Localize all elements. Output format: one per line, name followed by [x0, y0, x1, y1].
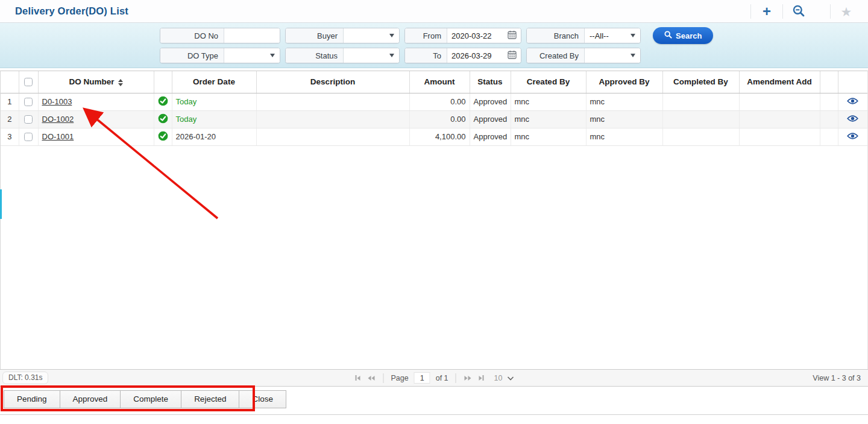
- tab-complete[interactable]: Complete: [120, 390, 181, 408]
- tab-rejected[interactable]: Rejected: [181, 390, 239, 408]
- from-date-input[interactable]: 2020-03-22: [447, 28, 521, 43]
- created-by-label: Created By: [527, 48, 585, 63]
- approved-check-icon: [158, 131, 168, 141]
- divider: [0, 414, 868, 415]
- do-no-input[interactable]: [224, 28, 280, 43]
- status-cell: Approved: [470, 110, 511, 128]
- page-number-input[interactable]: [414, 372, 430, 384]
- last-page-button[interactable]: [478, 374, 485, 382]
- row-checkbox[interactable]: [24, 115, 33, 124]
- title-bar: Delivery Order(DO) List + ★: [0, 0, 868, 23]
- to-label: To: [405, 48, 447, 63]
- prev-page-button[interactable]: [367, 375, 376, 382]
- col-description[interactable]: Description: [256, 71, 409, 93]
- completed-by-cell: [662, 93, 739, 110]
- status-cell: Approved: [470, 128, 511, 145]
- filter-buyer: Buyer: [285, 28, 400, 43]
- search-button[interactable]: Search: [653, 27, 713, 44]
- row-checkbox[interactable]: [24, 98, 33, 106]
- col-do-number[interactable]: DO Number: [38, 71, 154, 93]
- status-label: Status: [286, 48, 344, 63]
- approved-check-icon: [158, 96, 168, 106]
- approved-check-icon: [158, 113, 168, 124]
- col-completed-by[interactable]: Completed By: [662, 71, 739, 93]
- row-number: 1: [1, 93, 19, 110]
- title-actions: + ★: [750, 0, 862, 23]
- view-eye-icon[interactable]: [847, 97, 858, 105]
- filter-do-no: DO No: [160, 28, 280, 43]
- filter-created-by: Created By: [526, 48, 641, 63]
- table-row: 1 D0-1003 Today 0.00 Approved mnc mnc: [1, 93, 867, 110]
- do-number-link[interactable]: DO-1001: [42, 132, 74, 141]
- next-page-button[interactable]: [464, 375, 473, 382]
- page-title: Delivery Order(DO) List: [15, 5, 128, 17]
- col-created-by[interactable]: Created By: [511, 71, 586, 93]
- plus-icon: +: [763, 4, 771, 19]
- do-number-link[interactable]: D0-1003: [42, 97, 72, 106]
- divider: [456, 373, 456, 383]
- grid-footer: DLT: 0.31s Page of 1 10 View 1 - 3 of 3: [0, 369, 868, 387]
- amendment-add-cell: [739, 93, 820, 110]
- select-all-checkbox[interactable]: [24, 78, 33, 86]
- magnifier-minus-icon: [792, 4, 805, 19]
- from-label: From: [405, 28, 447, 43]
- chevron-down-icon: [507, 374, 514, 382]
- favorite-button[interactable]: ★: [831, 1, 862, 22]
- status-select[interactable]: [344, 48, 399, 63]
- page-size-select[interactable]: 10: [494, 374, 514, 382]
- filter-branch: Branch --All--: [526, 28, 641, 43]
- filter-to-date: To 2026-03-29: [404, 48, 521, 63]
- buyer-label: Buyer: [286, 28, 344, 43]
- buyer-select[interactable]: [344, 28, 399, 43]
- add-button[interactable]: +: [751, 1, 782, 22]
- created-by-cell: mnc: [511, 128, 586, 145]
- table-row: 2 DO-1002 Today 0.00 Approved mnc mnc: [1, 110, 867, 128]
- to-date-input[interactable]: 2026-03-29: [447, 48, 521, 63]
- do-no-label: DO No: [160, 28, 224, 43]
- chevron-down-icon: [631, 34, 635, 37]
- search-magnifier-icon: [664, 31, 672, 40]
- status-tabs-region: Pending Approved Complete Rejected Close: [0, 387, 868, 415]
- created-by-cell: mnc: [511, 110, 586, 128]
- status-cell: Approved: [470, 93, 511, 110]
- created-by-select[interactable]: [585, 48, 640, 63]
- description-cell: [256, 128, 409, 145]
- row-number: 2: [1, 110, 19, 128]
- tab-approved[interactable]: Approved: [60, 390, 121, 408]
- branch-label: Branch: [527, 28, 585, 43]
- first-page-button[interactable]: [354, 374, 362, 382]
- view-eye-icon[interactable]: [847, 132, 858, 140]
- order-date: 2026-01-20: [176, 132, 216, 141]
- amount-cell: 0.00: [409, 93, 470, 110]
- dlt-timer-badge: DLT: 0.31s: [2, 372, 48, 384]
- status-tabs: Pending Approved Complete Rejected Close: [0, 387, 868, 408]
- blank-cell: [820, 128, 838, 145]
- col-amendment-add[interactable]: Amendment Add: [739, 71, 820, 93]
- row-checkbox[interactable]: [24, 133, 33, 141]
- col-amount[interactable]: Amount: [409, 71, 470, 93]
- col-approved-by[interactable]: Approved By: [586, 71, 662, 93]
- side-panel-handle[interactable]: [0, 189, 2, 219]
- do-type-select[interactable]: [224, 48, 280, 63]
- filter-status: Status: [285, 48, 400, 63]
- col-blank: [820, 71, 838, 93]
- amendment-add-cell: [739, 110, 820, 128]
- collapse-search-button[interactable]: [783, 1, 814, 22]
- tab-close[interactable]: Close: [239, 390, 286, 408]
- col-view: [838, 71, 867, 93]
- view-eye-icon[interactable]: [847, 115, 858, 122]
- do-number-link[interactable]: DO-1002: [42, 115, 74, 124]
- amount-cell: 0.00: [409, 110, 470, 128]
- tab-pending[interactable]: Pending: [4, 390, 60, 408]
- col-status[interactable]: Status: [470, 71, 511, 93]
- col-order-date[interactable]: Order Date: [172, 71, 256, 93]
- sort-icon[interactable]: [118, 79, 123, 86]
- col-status-icon: [154, 71, 172, 93]
- page-of-label: of 1: [436, 374, 448, 382]
- calendar-icon[interactable]: [508, 50, 517, 62]
- calendar-icon[interactable]: [508, 30, 517, 42]
- order-date: Today: [176, 115, 197, 124]
- completed-by-cell: [662, 110, 739, 128]
- description-cell: [256, 110, 409, 128]
- branch-select[interactable]: --All--: [585, 28, 640, 43]
